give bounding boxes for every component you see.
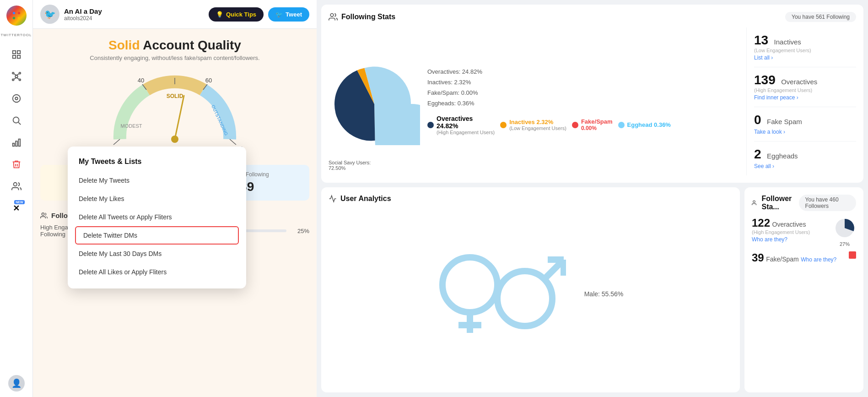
svg-point-2	[12, 17, 15, 20]
chars-pct-high: 25%	[291, 228, 309, 234]
new-badge: NEW	[14, 200, 24, 204]
following-stats-card: Following Stats You have 561 Following	[321, 5, 863, 183]
dropdown-item-3[interactable]: Delete Twitter DMs	[75, 226, 239, 245]
dropdown-menu: My Tweets & Lists Delete My Tweets Delet…	[68, 147, 246, 288]
dropdown-item-5[interactable]: Delete All Likes or Apply Fliters	[68, 263, 246, 281]
dropdown-item-2[interactable]: Delete All Tweets or Apply Fliters	[68, 208, 246, 226]
gender-icons	[438, 253, 566, 335]
pie-pct-label: 27%	[833, 241, 856, 247]
svg-line-14	[16, 74, 19, 75]
who-are-they-link-1[interactable]: Who are they?	[752, 236, 787, 243]
bottom-row: User Analytics	[317, 185, 868, 397]
lightbulb-icon: 💡	[216, 11, 223, 18]
following-stats-header: Following Stats You have 561 Following	[329, 12, 856, 22]
users-icon[interactable]	[7, 177, 26, 196]
legend-inactives: Inactives 2.32% (Low Engagement Users)	[500, 115, 566, 135]
right-panel: Following Stats You have 561 Following	[317, 0, 868, 397]
legend-dot-egghead	[618, 122, 625, 128]
legend-fakespam: Fake/Spam 0.00%	[572, 115, 613, 135]
svg-point-11	[12, 79, 14, 81]
mini-pie-svg	[833, 217, 856, 239]
follower-stat-overactives: 122 Overactives (High Engagement Users) …	[752, 217, 856, 247]
dropdown-section-title: My Tweets & Lists	[68, 154, 246, 171]
user-analytics-title: User Analytics	[329, 195, 733, 203]
gauge-title-rest: Account Quality	[143, 38, 241, 52]
svg-text:40: 40	[138, 77, 144, 84]
svg-rect-5	[17, 51, 20, 54]
gauge-container: 20 40 60 80 MODEST SOLID OUTSTANDING	[97, 61, 253, 153]
svg-line-25	[113, 139, 120, 145]
left-header: 🐦 An AI a Day aitools2024 💡 Quick Tips 🐦…	[33, 0, 317, 29]
svg-line-37	[175, 96, 184, 139]
stats-breakdown: Overactives: 24.82% Inactives: 2.32% Fak…	[427, 27, 739, 175]
gauge-svg: 20 40 60 80 MODEST SOLID OUTSTANDING	[97, 61, 253, 153]
quick-tips-button[interactable]: 💡 Quick Tips	[209, 7, 264, 22]
mini-pie-overactives: 27%	[833, 217, 856, 247]
find-inner-peace-link[interactable]: Find inner peace ›	[754, 94, 798, 101]
svg-point-17	[12, 95, 20, 103]
follower-stat-fakespam: 39 Fake/Spam Who are they?	[752, 251, 856, 264]
legend-row: Overactives 24.82% (High Engagement User…	[427, 115, 739, 135]
svg-line-20	[18, 122, 21, 125]
search-icon[interactable]	[7, 111, 26, 130]
breakdown-inactives: Inactives: 2.32%	[427, 79, 739, 86]
people-icon	[40, 212, 48, 219]
svg-point-39	[42, 213, 44, 215]
breakdown-overactives: Overactives: 24.82%	[427, 68, 739, 75]
svg-point-48	[753, 201, 755, 202]
svg-point-10	[19, 72, 21, 74]
red-indicator	[849, 251, 856, 259]
list-all-link[interactable]: List all ›	[754, 54, 773, 61]
dashboard-icon[interactable]	[7, 45, 26, 64]
profile-avatar: 🐦	[40, 5, 59, 24]
follower-stats-header: Follower Sta... You have 460 Followers	[752, 195, 856, 211]
right-stats-col: 13 Inactives (Low Engagement Users) List…	[746, 27, 856, 175]
gauge-subtitle: Consistently engaging, without/less fake…	[44, 54, 306, 61]
analytics-icon[interactable]	[7, 133, 26, 152]
see-all-link[interactable]: See all ›	[754, 163, 774, 169]
gauge-title: Solid Account Quality	[44, 38, 306, 53]
circle-icon[interactable]	[7, 89, 26, 108]
svg-rect-6	[12, 55, 15, 58]
left-panel: 🐦 An AI a Day aitools2024 💡 Quick Tips 🐦…	[33, 0, 317, 397]
svg-rect-4	[12, 51, 15, 54]
svg-point-12	[19, 79, 21, 81]
user-analytics-card: User Analytics	[321, 187, 740, 392]
svg-rect-23	[18, 139, 20, 147]
right-stat-fakespam-row: 0 Fake Spam	[754, 113, 856, 127]
dropdown-item-0[interactable]: Delete My Tweets	[68, 171, 246, 190]
twitter-bird-icon: 🐦	[275, 11, 283, 18]
svg-line-16	[16, 78, 19, 79]
legend-overactives: Overactives 24.82% (High Engagement User…	[427, 115, 495, 135]
take-a-look-link[interactable]: Take a look ›	[754, 129, 785, 135]
male-symbol-svg	[493, 253, 566, 335]
who-are-they-link-2[interactable]: Who are they?	[801, 256, 836, 263]
delete-icon[interactable]	[7, 155, 26, 174]
follower-stats-content: 122 Overactives (High Engagement Users) …	[752, 217, 856, 385]
main-content: 🐦 An AI a Day aitools2024 💡 Quick Tips 🐦…	[33, 0, 868, 397]
social-savy-label: Social Savy Users: 72.50%	[329, 160, 383, 171]
svg-point-8	[15, 75, 18, 78]
svg-point-0	[12, 12, 15, 15]
sidebar-avatar[interactable]: 👤	[8, 375, 25, 392]
legend-dot-inactives	[500, 122, 507, 128]
svg-text:SOLID: SOLID	[167, 93, 183, 99]
dropdown-item-4[interactable]: Delete My Last 30 Days DMs	[68, 245, 246, 263]
svg-point-1	[17, 12, 20, 15]
panels-row: 🐦 An AI a Day aitools2024 💡 Quick Tips 🐦…	[33, 0, 868, 397]
follower-stats-title: Follower Sta...	[752, 195, 799, 211]
legend-dot-overactives	[427, 122, 434, 128]
right-stat-eggheads: 2 Eggheads See all ›	[754, 141, 856, 175]
logo	[6, 5, 27, 26]
svg-point-38	[171, 136, 178, 143]
tweet-button[interactable]: 🐦 Tweet	[268, 7, 309, 22]
x-icon[interactable]: ✕ NEW	[7, 199, 26, 218]
breakdown-eggheads: Eggheads: 0.36%	[427, 100, 739, 107]
pie-chart-svg	[329, 58, 420, 145]
following-stats-icon	[329, 12, 338, 22]
dropdown-item-1[interactable]: Delete My Likes	[68, 190, 246, 208]
right-stat-inactives-row: 13 Inactives	[754, 33, 856, 48]
network-icon[interactable]	[7, 67, 26, 86]
svg-point-44	[497, 271, 552, 326]
svg-point-18	[15, 97, 18, 100]
